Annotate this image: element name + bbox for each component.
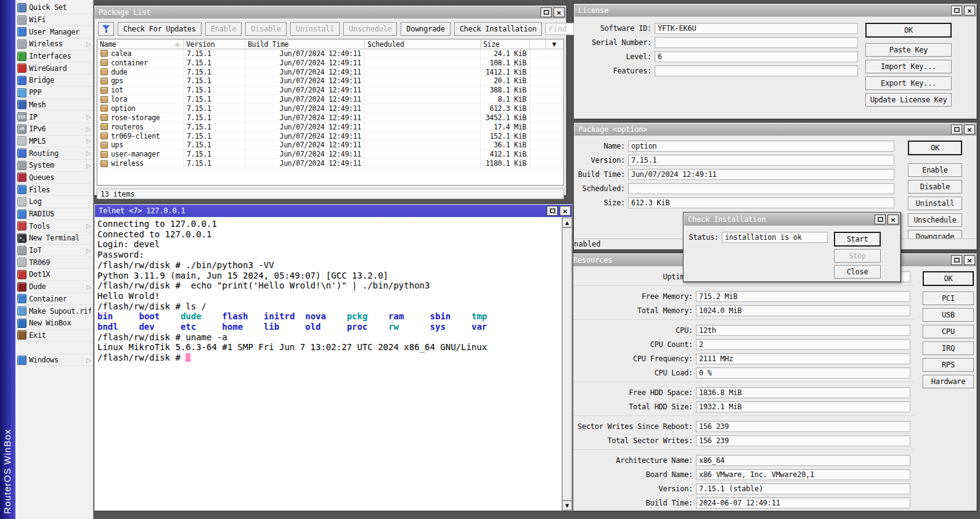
enable-button[interactable]: Enable — [908, 163, 962, 177]
close-button[interactable]: × — [964, 255, 975, 265]
field-software-id[interactable] — [655, 23, 858, 34]
ok-button[interactable]: OK — [865, 23, 952, 38]
field-name[interactable] — [628, 141, 894, 152]
field-features[interactable] — [655, 65, 858, 76]
sidebar-item-radius[interactable]: RADIUS — [15, 208, 93, 221]
field-cpu-frequency[interactable] — [696, 353, 910, 364]
column-header-size[interactable]: Size — [481, 39, 530, 49]
field-serial-number[interactable] — [655, 37, 858, 48]
sidebar-item-quick-set[interactable]: Quick Set — [15, 2, 93, 14]
sidebar-item-iot[interactable]: IoT▷ — [15, 245, 93, 257]
field-cpu-load[interactable] — [696, 367, 910, 378]
export-key-button[interactable]: Export Key... — [865, 76, 952, 90]
license-titlebar[interactable]: License × — [574, 4, 976, 17]
pci-button[interactable]: PCI — [923, 292, 974, 305]
sidebar-item-ipv6[interactable]: v6IPv6▷ — [15, 123, 93, 136]
scroll-up-icon[interactable]: ▲ — [562, 218, 572, 227]
field-build-time[interactable] — [696, 497, 910, 509]
package-row-ups[interactable]: ups7.15.1Jun/07/2024 12:49:1136.1 KiB — [97, 141, 563, 150]
sidebar-item-routing[interactable]: Routing▷ — [15, 147, 93, 160]
status-field[interactable] — [722, 232, 828, 243]
column-menu-cell[interactable]: ▼ — [546, 39, 562, 49]
package-row-lora[interactable]: lora7.15.1Jun/07/2024 12:49:118.1 KiB — [97, 95, 563, 104]
sidebar-item-windows[interactable]: Windows▷ — [15, 354, 93, 366]
check-installation-button[interactable]: Check Installation — [454, 22, 542, 36]
close-button[interactable]: × — [964, 125, 975, 134]
field-build-time[interactable] — [628, 169, 894, 180]
uninstall-button[interactable]: Uninstall — [908, 197, 962, 210]
disable-button[interactable]: Disable — [908, 180, 962, 194]
find-input[interactable] — [545, 23, 574, 35]
paste-key-button[interactable]: Paste Key — [865, 43, 952, 57]
sidebar-item-make-supout-rif[interactable]: Make Supout.rif — [15, 305, 93, 317]
scroll-down-icon[interactable]: ▼ — [562, 501, 572, 510]
sidebar-item-wireguard[interactable]: WireGuard — [15, 62, 93, 75]
sidebar-item-mpls[interactable]: MPLS▷ — [15, 136, 93, 148]
sidebar-item-ip[interactable]: 255IP▷ — [15, 111, 93, 123]
sidebar-item-tr069[interactable]: TR069 — [15, 256, 93, 269]
column-header-scheduled[interactable]: Scheduled — [365, 39, 481, 49]
uninstall-button[interactable]: Uninstall — [290, 22, 340, 36]
package-list-titlebar[interactable]: Package List × — [95, 6, 566, 18]
sidebar-item-wireless[interactable]: Wireless▷ — [15, 38, 93, 51]
ok-button[interactable]: OK — [923, 271, 974, 286]
unschedule-button[interactable]: Unschedule — [908, 213, 962, 227]
sidebar-item-exit[interactable]: Exit — [15, 330, 93, 342]
package-row-iot[interactable]: iot7.15.1Jun/07/2024 12:49:11388.1 KiB — [97, 86, 563, 95]
hardware-button[interactable]: Hardware — [923, 375, 974, 388]
check-installation-titlebar[interactable]: Check Installation × — [684, 213, 900, 226]
stop-button[interactable]: Stop — [834, 249, 881, 263]
start-button[interactable]: Start — [834, 232, 881, 247]
irq-button[interactable]: IRQ — [923, 341, 974, 355]
sidebar-item-files[interactable]: Files — [15, 184, 93, 196]
field-total-hdd-size[interactable] — [696, 401, 910, 412]
maximize-button[interactable] — [951, 255, 962, 265]
update-license-key-button[interactable]: Update License Key — [865, 93, 952, 107]
package-row-tr069-client[interactable]: tr069-client7.15.1Jun/07/2024 12:49:1115… — [97, 132, 563, 141]
sidebar-item-dude[interactable]: Dude▷ — [15, 281, 93, 293]
package-row-option[interactable]: option7.15.1Jun/07/2024 12:49:11612.3 Ki… — [97, 104, 563, 113]
field-cpu[interactable] — [696, 325, 910, 336]
maximize-button[interactable] — [951, 6, 962, 15]
column-header-version[interactable]: Version — [184, 39, 245, 49]
package-row-container[interactable]: container7.15.1Jun/07/2024 12:49:11108.1… — [97, 59, 563, 68]
column-header-build-time[interactable]: Build Time — [245, 39, 365, 49]
package-row-user-manager[interactable]: user-manager7.15.1Jun/07/2024 12:49:1141… — [97, 150, 563, 159]
sidebar-item-user-manager[interactable]: User Manager — [15, 26, 93, 38]
sidebar-item-system[interactable]: System▷ — [15, 160, 93, 172]
sidebar-item-dot1x[interactable]: Dot1X — [15, 269, 93, 281]
sidebar-item-queues[interactable]: Queues — [15, 172, 93, 184]
downgrade-button[interactable]: Downgrade — [401, 22, 450, 36]
field-total-memory[interactable] — [696, 305, 910, 316]
sidebar-item-new-winbox[interactable]: New WinBox — [15, 317, 93, 330]
package-row-wireless[interactable]: wireless7.15.1Jun/07/2024 12:49:111180.1… — [97, 159, 563, 168]
maximize-button[interactable] — [951, 125, 962, 134]
enable-button[interactable]: Enable — [205, 22, 242, 36]
usb-button[interactable]: USB — [923, 308, 974, 322]
field-version[interactable] — [628, 155, 894, 166]
package-option-titlebar[interactable]: Package <option> × — [574, 123, 976, 136]
field-total-sector-writes[interactable] — [696, 435, 910, 446]
sidebar-item-bridge[interactable]: Bridge — [15, 75, 93, 87]
sidebar-item-tools[interactable]: Tools▷ — [15, 220, 93, 232]
close-button[interactable]: × — [560, 206, 571, 216]
sidebar-item-container[interactable]: Container — [15, 293, 93, 306]
field-cpu-count[interactable] — [696, 339, 910, 350]
disable-button[interactable]: Disable — [245, 22, 286, 36]
field-free-memory[interactable] — [696, 291, 910, 302]
field-sector-writes-since-reboot[interactable] — [696, 421, 910, 432]
close-button[interactable]: × — [888, 215, 899, 224]
column-header-name[interactable]: Name — [97, 39, 184, 49]
close-button[interactable]: Close — [834, 265, 881, 279]
sidebar-item-wifi[interactable]: WiFi — [15, 14, 93, 27]
rps-button[interactable]: RPS — [923, 358, 974, 372]
field-size[interactable] — [628, 197, 894, 208]
close-button[interactable]: × — [553, 7, 565, 17]
sidebar-item-new-terminal[interactable]: >_New Terminal — [15, 232, 93, 245]
terminal-scrollbar[interactable]: ▲ ▼ — [561, 218, 572, 510]
package-row-calea[interactable]: calea7.15.1Jun/07/2024 12:49:1124.1 KiB — [97, 49, 563, 59]
field-scheduled[interactable] — [628, 183, 894, 194]
sidebar-item-ppp[interactable]: PPP — [15, 87, 93, 99]
field-level[interactable] — [655, 51, 858, 62]
import-key-button[interactable]: Import Key... — [865, 60, 952, 73]
